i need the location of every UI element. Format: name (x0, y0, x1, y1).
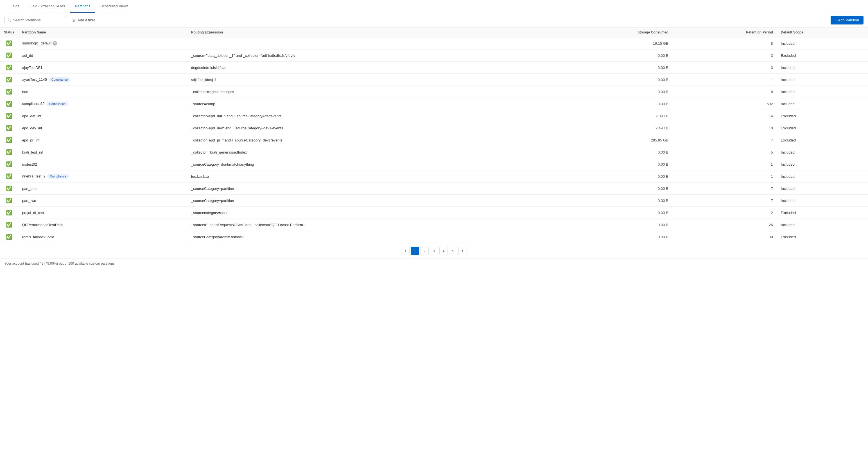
table-row[interactable]: ✅remix_fallback_cold_sourceCategory=remi… (0, 231, 868, 243)
table-row[interactable]: ✅epd_dat_inf_collector=epd_dat_* and !_s… (0, 110, 868, 122)
partition-name: epd_dat_inf (22, 114, 41, 118)
filter-icon (72, 18, 76, 22)
status-cell: ✅ (0, 74, 18, 86)
partition-name-cell: epd_pr_inf (18, 134, 187, 146)
table-row[interactable]: ✅part_two_sourceCategory=partition0.00 B… (0, 195, 868, 207)
storage-consumed-cell: 285.85 GB (556, 134, 672, 146)
storage-consumed-cell: 2.49 TB (556, 122, 672, 134)
pagination: ‹12345› (0, 243, 868, 259)
table-row[interactable]: ✅adi_dd_source="data_deletion_1" and _co… (0, 50, 868, 62)
status-cell: ✅ (0, 195, 18, 207)
tab-field-extraction-rules[interactable]: Field Extraction Rules (25, 0, 70, 13)
pagination-prev[interactable]: ‹ (401, 247, 409, 255)
routing-expression-cell: _sourceCategory=remix-fallback (187, 231, 556, 243)
table-row[interactable]: ✅mstest02_sourceCategory=dont/match/anyt… (0, 158, 868, 170)
default-scope-cell: Included (777, 182, 868, 195)
status-cell: ✅ (0, 231, 18, 243)
pagination-page-5[interactable]: 5 (449, 247, 457, 255)
pagination-page-2[interactable]: 2 (420, 247, 429, 255)
retention-period-cell: 7 (672, 134, 777, 146)
pagination-next[interactable]: › (459, 247, 467, 255)
table-row[interactable]: ✅sumologic_default?19.15 GB8Included (0, 37, 868, 50)
default-scope-cell: Included (777, 219, 868, 231)
status-cell: ✅ (0, 37, 18, 50)
search-input[interactable] (13, 18, 63, 22)
retention-period-cell: 8 (672, 37, 777, 50)
status-icon: ✅ (6, 89, 12, 94)
table-row[interactable]: ✅prajal_df_test_sourcecategory=none0.00 … (0, 207, 868, 219)
filter-button[interactable]: Add a filter (70, 16, 97, 24)
compliance-tag: Compliance (47, 174, 69, 179)
col-header-status: Status (0, 28, 18, 37)
table-row[interactable]: ✅epd_pr_inf_collector=epd_pr_* and !_sou… (0, 134, 868, 146)
default-scope-cell: Included (777, 195, 868, 207)
default-scope-cell: Included (777, 37, 868, 50)
table-row[interactable]: ✅part_one_sourceCategory=partition0.00 B… (0, 182, 868, 195)
routing-expression-cell: _collector="krati_generalisedIndex" (187, 146, 556, 158)
default-scope-cell: Included (777, 98, 868, 110)
table-row[interactable]: ✅compliance12Compliance_source=comp0.00 … (0, 98, 868, 110)
partition-name: krati_test_inf (22, 150, 43, 154)
filter-label: Add a filter (78, 18, 95, 22)
table-container: StatusPartition NameRouting ExpressionSt… (0, 28, 868, 243)
retention-period-cell: 1 (672, 158, 777, 170)
pagination-page-3[interactable]: 3 (430, 247, 438, 255)
table-row[interactable]: ✅epd_dev_inf_collector=epd_dev* and !_so… (0, 122, 868, 134)
routing-expression-cell: _collector=ingest testingss (187, 86, 556, 98)
table-row[interactable]: ✅krati_test_inf_collector="krati_general… (0, 146, 868, 158)
table-row[interactable]: ✅ajayTestDF1degdsefefe1sfsldjfsad0.00 B3… (0, 62, 868, 74)
default-scope-cell: Included (777, 146, 868, 158)
search-box[interactable] (4, 16, 66, 24)
status-cell: ✅ (0, 86, 18, 98)
status-cell: ✅ (0, 170, 18, 182)
partition-name: adi_dd (22, 53, 33, 58)
add-partition-button[interactable]: + Add Partition (831, 16, 864, 25)
status-icon: ✅ (6, 162, 12, 167)
table-row[interactable]: ✅nnehra_test_2Compliancefoo.bar.baz0.00 … (0, 170, 868, 182)
col-header-partition-name: Partition Name (18, 28, 187, 37)
partition-name-cell: epd_dat_inf (18, 110, 187, 122)
default-scope-cell: Excluded (777, 110, 868, 122)
default-scope-cell: Included (777, 74, 868, 86)
table-row[interactable]: ✅QEPerformanceTestData_source="LocustReq… (0, 219, 868, 231)
partition-name-cell: sumologic_default? (18, 37, 187, 50)
footer: Your account has used 49 (49.00%) out of… (0, 259, 868, 268)
table-header: StatusPartition NameRouting ExpressionSt… (0, 28, 868, 37)
default-scope-cell: Excluded (777, 122, 868, 134)
pagination-page-1[interactable]: 1 (411, 247, 419, 255)
routing-expression-cell: _sourceCategory=partition (187, 182, 556, 195)
storage-consumed-cell: 0.00 B (556, 182, 672, 195)
status-cell: ✅ (0, 146, 18, 158)
routing-expression-cell: foo.bar.baz (187, 170, 556, 182)
status-icon: ✅ (6, 125, 12, 131)
retention-period-cell: 7 (672, 182, 777, 195)
table-row[interactable]: ✅bac_collector=ingest testingss0.00 B8In… (0, 86, 868, 98)
partition-name-cell: remix_fallback_cold (18, 231, 187, 243)
routing-expression-cell: _collector=epd_dev* and !_sourceCategory… (187, 122, 556, 134)
routing-expression-cell: _collector=epd_dat_* and !_sourceCategor… (187, 110, 556, 122)
pagination-page-4[interactable]: 4 (439, 247, 448, 255)
status-cell: ✅ (0, 110, 18, 122)
partition-name-cell: ayanTest_1145Compliance (18, 74, 187, 86)
default-scope-cell: Excluded (777, 50, 868, 62)
retention-period-cell: 14 (672, 110, 777, 122)
storage-consumed-cell: 0.00 B (556, 195, 672, 207)
partition-name-cell: bac (18, 86, 187, 98)
routing-expression-cell: degdsefefe1sfsldjfsad (187, 62, 556, 74)
status-cell: ✅ (0, 134, 18, 146)
table-row[interactable]: ✅ayanTest_1145Compliancesdjkfbdsjkfdsjk1… (0, 74, 868, 86)
status-icon: ✅ (6, 210, 12, 215)
compliance-tag: Compliance (46, 101, 68, 106)
tab-fields[interactable]: Fields (4, 0, 25, 13)
partition-name: bac (22, 90, 28, 94)
svg-line-1 (10, 21, 11, 22)
default-scope-cell: Included (777, 158, 868, 170)
info-icon[interactable]: ? (53, 41, 57, 46)
storage-consumed-cell: 2.09 TB (556, 110, 672, 122)
partition-name-cell: adi_dd (18, 50, 187, 62)
tab-scheduled-views[interactable]: Scheduled Views (95, 0, 133, 13)
tab-partitions[interactable]: Partitions (70, 0, 95, 13)
storage-consumed-cell: 0.00 B (556, 62, 672, 74)
status-icon: ✅ (6, 222, 12, 228)
partition-name-cell: part_one (18, 182, 187, 195)
